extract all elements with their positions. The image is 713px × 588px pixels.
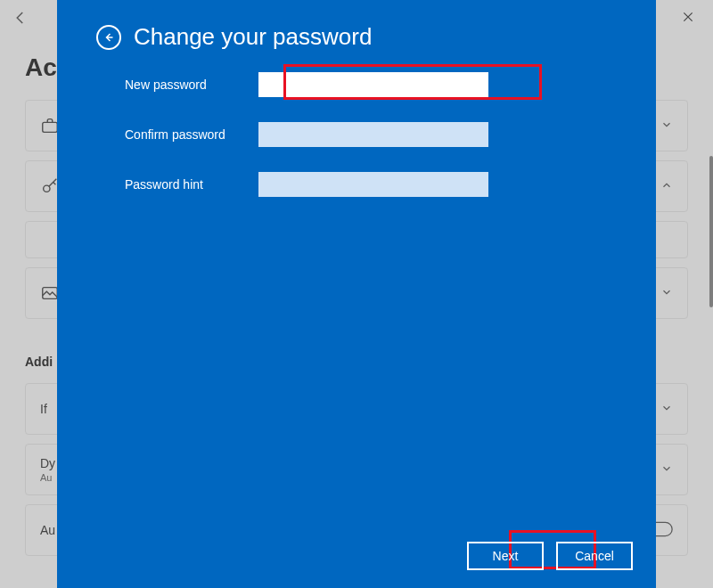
new-password-label: New password xyxy=(125,78,258,92)
modal-back-button[interactable] xyxy=(96,25,121,50)
modal-title: Change your password xyxy=(134,23,372,51)
change-password-modal: Change your password New password Confir… xyxy=(57,0,656,588)
chevron-up-icon xyxy=(660,179,673,194)
chevron-down-icon xyxy=(660,286,673,301)
settings-row-label: Dy xyxy=(40,456,55,470)
arrow-left-icon xyxy=(103,32,114,43)
next-button[interactable]: Next xyxy=(467,542,544,570)
back-arrow-icon xyxy=(7,4,34,31)
settings-row-label: If xyxy=(40,402,47,416)
chevron-down-icon xyxy=(660,402,673,417)
cancel-button[interactable]: Cancel xyxy=(556,542,633,570)
password-hint-label: Password hint xyxy=(125,177,258,192)
new-password-input[interactable] xyxy=(258,72,488,97)
chevron-down-icon xyxy=(660,462,673,478)
settings-row-sublabel: Au xyxy=(40,472,52,483)
password-hint-input[interactable] xyxy=(258,172,488,197)
confirm-password-input[interactable] xyxy=(258,122,488,147)
scrollbar-thumb xyxy=(709,156,713,307)
confirm-password-label: Confirm password xyxy=(125,127,258,142)
chevron-down-icon xyxy=(660,118,673,134)
close-icon xyxy=(670,4,706,30)
svg-rect-0 xyxy=(43,122,58,132)
settings-row-label: Au xyxy=(40,523,55,537)
